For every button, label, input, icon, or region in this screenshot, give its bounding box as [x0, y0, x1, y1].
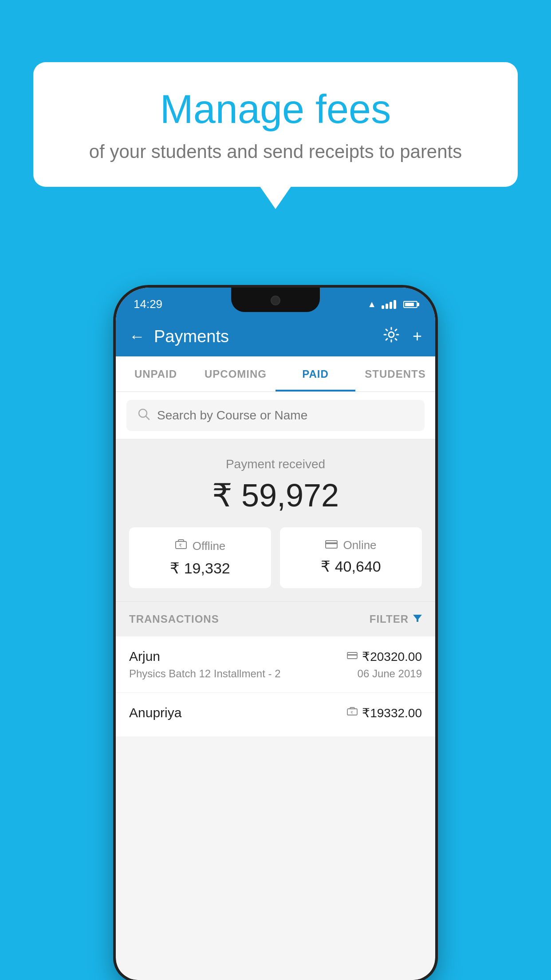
filter-button[interactable]: FILTER [370, 613, 422, 625]
payment-summary: Payment received ₹ 59,972 ₹ [116, 439, 435, 601]
speech-bubble-container: Manage fees of your students and send re… [33, 62, 518, 187]
status-time: 14:29 [134, 297, 162, 311]
svg-text:₹: ₹ [350, 711, 353, 715]
offline-icon: ₹ [175, 538, 187, 554]
transaction-amount-container: ₹20320.00 [347, 649, 422, 664]
phone-notch [231, 288, 320, 312]
battery-icon [403, 301, 417, 308]
transaction-bottom: Physics Batch 12 Installment - 2 06 June… [129, 668, 422, 680]
transactions-list: Arjun ₹20320.00 Physics Batch 12 Install… [116, 636, 435, 736]
speech-bubble-subtitle: of your students and send receipts to pa… [64, 141, 487, 162]
header-title: Payments [154, 327, 229, 346]
online-icon [325, 538, 338, 552]
table-row[interactable]: Anupriya ₹ ₹19332.00 [116, 693, 435, 736]
svg-text:₹: ₹ [179, 543, 182, 548]
online-type-icon [347, 652, 358, 661]
transaction-amount-container-2: ₹ ₹19332.00 [347, 706, 422, 720]
online-payment-card: Online ₹ 40,640 [280, 527, 422, 588]
tab-paid[interactable]: PAID [276, 356, 355, 391]
search-bar[interactable] [126, 400, 425, 431]
header-right: + [383, 327, 422, 347]
add-button[interactable]: + [413, 327, 422, 346]
status-icons: ▲ [367, 299, 417, 309]
payment-cards: ₹ Offline ₹ 19,332 [129, 527, 422, 588]
offline-type-icon: ₹ [347, 707, 358, 719]
offline-amount: ₹ 19,332 [138, 559, 262, 577]
offline-card-header: ₹ Offline [138, 538, 262, 554]
transaction-top: Arjun ₹20320.00 [129, 649, 422, 664]
transaction-date: 06 June 2019 [358, 668, 422, 680]
table-row[interactable]: Arjun ₹20320.00 Physics Batch 12 Install… [116, 636, 435, 693]
offline-label: Offline [193, 539, 226, 553]
tab-students[interactable]: STUDENTS [355, 356, 435, 391]
search-container [116, 392, 435, 439]
online-card-header: Online [289, 538, 413, 552]
phone-screen: 14:29 ▲ ← Payments [116, 288, 435, 980]
transaction-name: Arjun [129, 649, 160, 664]
tab-upcoming[interactable]: UPCOMING [196, 356, 276, 391]
svg-rect-5 [326, 541, 337, 548]
speech-bubble: Manage fees of your students and send re… [33, 62, 518, 187]
header-left: ← Payments [129, 327, 229, 346]
offline-payment-card: ₹ Offline ₹ 19,332 [129, 527, 271, 588]
transaction-amount: ₹20320.00 [362, 649, 422, 664]
signal-icon [382, 300, 396, 309]
transaction-name-2: Anupriya [129, 705, 181, 720]
online-amount: ₹ 40,640 [289, 557, 413, 575]
svg-marker-7 [413, 615, 422, 622]
search-icon [138, 408, 150, 423]
transaction-amount-2: ₹19332.00 [362, 706, 422, 720]
filter-icon [413, 613, 422, 625]
phone-frame: 14:29 ▲ ← Payments [116, 288, 435, 980]
notch-camera [271, 296, 280, 305]
svg-point-0 [389, 332, 394, 337]
online-label: Online [343, 538, 376, 552]
tab-unpaid[interactable]: UNPAID [116, 356, 196, 391]
svg-line-2 [146, 416, 149, 419]
transactions-label: TRANSACTIONS [129, 613, 219, 625]
filter-label: FILTER [370, 613, 409, 625]
search-input[interactable] [157, 408, 413, 423]
transactions-header: TRANSACTIONS FILTER [116, 601, 435, 636]
settings-button[interactable] [383, 327, 399, 347]
app-header: ← Payments + [116, 316, 435, 356]
payment-received-label: Payment received [129, 457, 422, 471]
svg-rect-9 [347, 654, 357, 656]
transaction-details: Physics Batch 12 Installment - 2 [129, 668, 280, 680]
speech-bubble-title: Manage fees [64, 87, 487, 132]
transaction-top-2: Anupriya ₹ ₹19332.00 [129, 705, 422, 720]
back-button[interactable]: ← [129, 327, 145, 346]
payment-total-amount: ₹ 59,972 [129, 477, 422, 514]
svg-rect-6 [326, 542, 337, 544]
tabs-bar: UNPAID UPCOMING PAID STUDENTS [116, 356, 435, 392]
wifi-icon: ▲ [367, 299, 376, 309]
